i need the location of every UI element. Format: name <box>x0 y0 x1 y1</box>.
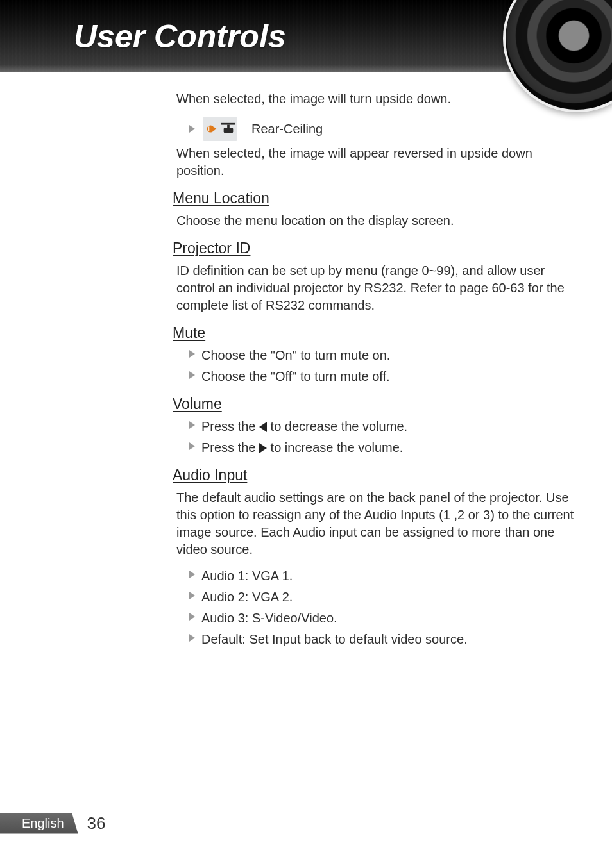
page-number: 36 <box>87 814 106 833</box>
projector-flip-icon <box>205 122 219 136</box>
list-item: Choose the "On" to turn mute on. <box>189 347 574 364</box>
rear-ceiling-desc: When selected, the image will appear rev… <box>176 145 574 179</box>
bullet-arrow-icon <box>189 125 195 133</box>
rear-ceiling-label: Rear-Ceiling <box>251 121 323 138</box>
volume-list: Press the to decrease the volume. Press … <box>189 418 574 456</box>
list-item: Audio 1: VGA 1. <box>189 567 574 585</box>
list-item-text: Choose the "On" to turn mute on. <box>201 347 574 364</box>
bullet-arrow-icon <box>189 613 195 621</box>
bullet-arrow-icon <box>189 571 195 578</box>
menu-location-heading: Menu Location <box>173 188 574 208</box>
list-item: Audio 2: VGA 2. <box>189 588 574 606</box>
volume-dec-post: to decrease the volume. <box>267 419 407 433</box>
list-item: Press the to increase the volume. <box>189 439 574 456</box>
svg-point-0 <box>207 126 214 133</box>
language-tab: English <box>0 813 78 834</box>
bullet-arrow-icon <box>189 350 195 358</box>
left-arrow-icon <box>259 422 267 432</box>
mute-list: Choose the "On" to turn mute on. Choose … <box>189 347 574 385</box>
projector-id-heading: Projector ID <box>173 238 574 258</box>
list-item: Press the to decrease the volume. <box>189 418 574 435</box>
volume-heading: Volume <box>173 394 574 414</box>
right-arrow-icon <box>259 443 267 453</box>
bullet-arrow-icon <box>189 421 195 429</box>
list-item-text: Press the to increase the volume. <box>201 439 574 456</box>
bullet-arrow-icon <box>189 634 195 642</box>
svg-rect-4 <box>224 128 234 133</box>
list-item: Default: Set Input back to default video… <box>189 631 574 648</box>
svg-rect-3 <box>227 125 230 128</box>
svg-rect-2 <box>221 123 235 125</box>
page-content: When selected, the image will turn upsid… <box>176 87 574 652</box>
bullet-arrow-icon <box>189 442 195 450</box>
ceiling-mount-icon <box>221 122 235 135</box>
mute-heading: Mute <box>173 323 574 343</box>
list-item-text: Choose the "Off" to turn mute off. <box>201 368 574 385</box>
list-item: Audio 3: S-Video/Video. <box>189 610 574 627</box>
list-item-text: Default: Set Input back to default video… <box>201 631 574 648</box>
menu-location-desc: Choose the menu location on the display … <box>176 212 574 230</box>
list-item: Choose the "Off" to turn mute off. <box>189 368 574 385</box>
manual-page: User Controls When selected, the image w… <box>0 0 612 868</box>
list-item-text: Audio 1: VGA 1. <box>201 567 574 585</box>
svg-rect-1 <box>208 126 210 131</box>
bullet-arrow-icon <box>189 592 195 599</box>
rear-ceiling-icon <box>203 117 237 141</box>
audio-input-list: Audio 1: VGA 1. Audio 2: VGA 2. Audio 3:… <box>189 567 574 648</box>
list-item-text: Audio 3: S-Video/Video. <box>201 610 574 627</box>
page-title: User Controls <box>74 18 286 55</box>
rear-ceiling-row: Rear-Ceiling <box>189 117 574 141</box>
projector-id-desc: ID definition can be set up by menu (ran… <box>176 262 574 314</box>
intro-text: When selected, the image will turn upsid… <box>176 90 574 108</box>
page-header: User Controls <box>0 0 612 72</box>
volume-dec-pre: Press the <box>201 419 259 433</box>
bullet-arrow-icon <box>189 371 195 379</box>
volume-inc-pre: Press the <box>201 440 259 455</box>
page-footer: English 36 <box>0 810 106 836</box>
list-item-text: Press the to decrease the volume. <box>201 418 574 435</box>
audio-input-desc: The default audio settings are on the ba… <box>176 489 574 558</box>
list-item-text: Audio 2: VGA 2. <box>201 588 574 606</box>
audio-input-heading: Audio Input <box>173 465 574 485</box>
volume-inc-post: to increase the volume. <box>267 440 403 455</box>
